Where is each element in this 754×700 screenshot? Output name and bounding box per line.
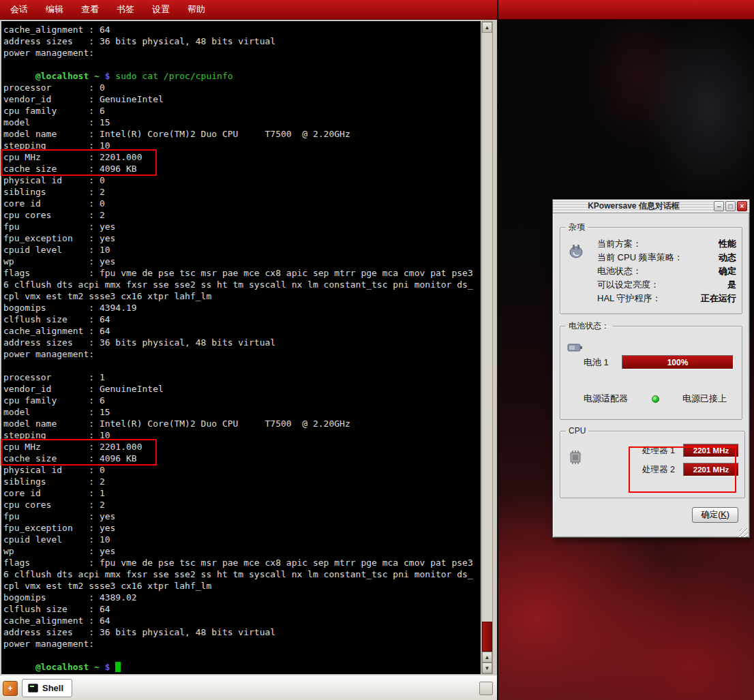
processor-frequency-bar: 2201 MHz: [683, 463, 739, 476]
terminal-line: stepping : 10: [3, 140, 481, 151]
tab-shell-label: Shell: [42, 683, 63, 693]
terminal-line: 6 clflush dts acpi mmx fxsr sse sse2 ss …: [3, 279, 481, 290]
processor-row: 处理器 12201 MHz: [642, 442, 739, 459]
dialog-body: 杂项 当前方案：性能当前 CPU 频率策略：动态电池状态：确定可以设定亮度：是H…: [553, 213, 749, 538]
terminal-line: @localhost ~ $ sudo cat /proc/cpuinfo: [3, 70, 481, 82]
terminal-line: core id : 0: [3, 198, 481, 209]
terminal-line: cpl vmx est tm2 ssse3 cx16 xtpr lahf_lm: [3, 290, 481, 302]
scrollbar-thumb[interactable]: [482, 622, 492, 652]
dialog-title: KPowersave 信息对话框: [555, 200, 712, 212]
scrollbar-track[interactable]: [482, 33, 492, 652]
menu-item-bookmarks[interactable]: 书签: [108, 0, 143, 19]
battery-icon: [567, 341, 584, 354]
tab-shell[interactable]: Shell: [22, 679, 72, 697]
terminal-line: model : 15: [3, 117, 481, 128]
session-list-button[interactable]: [479, 682, 493, 695]
scroll-up-icon[interactable]: ▲: [482, 22, 492, 33]
menu-item-edit[interactable]: 编辑: [37, 0, 72, 19]
menu-item-settings[interactable]: 设置: [143, 0, 179, 19]
ac-adapter-status: 电源已接上: [682, 393, 727, 405]
info-label: 电池状态：: [597, 264, 642, 278]
terminal-line: model name : Intel(R) Core(TM)2 Duo CPU …: [3, 128, 481, 140]
terminal-line: processor : 0: [3, 82, 481, 93]
info-value: 确定: [719, 264, 736, 278]
terminal-line: cache_alignment : 64: [3, 615, 481, 626]
processor-frequency-bar: 2201 MHz: [683, 444, 739, 457]
power-led-icon: [652, 395, 659, 403]
maximize-button[interactable]: □: [725, 201, 736, 211]
new-session-button[interactable]: +: [3, 681, 18, 696]
battery-progressbar: 100%: [622, 355, 734, 369]
cpu-icon: [567, 449, 584, 466]
terminal-icon: [28, 684, 38, 693]
prompt-segment: [3, 71, 35, 81]
terminal-line: model name : Intel(R) Core(TM)2 Duo CPU …: [3, 418, 481, 429]
scroll-down-icon[interactable]: ▼: [482, 663, 492, 673]
info-value: 性能: [719, 237, 736, 251]
terminal-line: cpl vmx est tm2 ssse3 cx16 xtpr lahf_lm: [3, 580, 481, 592]
resize-grip-icon[interactable]: [739, 528, 748, 537]
terminal-line: physical id : 0: [3, 174, 481, 186]
terminal-line: stepping : 10: [3, 429, 481, 441]
terminal-line: core id : 1: [3, 487, 481, 499]
terminal-line: power management:: [3, 47, 481, 59]
session-tabbar: + Shell: [0, 675, 497, 700]
group-cpu-legend: CPU: [566, 426, 588, 436]
menu-item-view[interactable]: 查看: [72, 0, 108, 19]
info-row: 当前 CPU 频率策略：动态: [597, 251, 736, 264]
terminal-menubar: 会话编辑查看书签设置帮助: [0, 0, 497, 20]
minimize-button[interactable]: –: [714, 201, 724, 211]
prompt-segment: @localhost ~: [35, 662, 100, 672]
terminal-line: cache_alignment : 64: [3, 24, 481, 35]
terminal-line: bogomips : 4389.02: [3, 592, 481, 603]
terminal-scrollbar[interactable]: ▲ ▲ ▼: [481, 21, 493, 674]
info-label: 当前 CPU 频率策略：: [597, 251, 683, 264]
terminal-line: physical id : 0: [3, 464, 481, 476]
terminal-line: @localhost ~ $: [3, 661, 481, 673]
button-row: 确定(K): [558, 504, 744, 523]
prompt-segment: sudo cat /proc/cpuinfo: [110, 71, 233, 81]
terminal-frame: cache_alignment : 64address sizes : 36 b…: [0, 20, 497, 675]
terminal-line: address sizes : 36 bits physical, 48 bit…: [3, 626, 481, 638]
terminal-line: cpu MHz : 2201.000: [3, 151, 481, 163]
prompt-segment: @localhost ~: [35, 71, 100, 81]
info-value: 动态: [719, 251, 736, 264]
terminal-output[interactable]: cache_alignment : 64address sizes : 36 b…: [1, 21, 481, 674]
prompt-segment: $: [105, 71, 110, 81]
terminal-line: [3, 59, 481, 70]
terminal-line: cache_alignment : 64: [3, 325, 481, 337]
terminal-line: cpu family : 6: [3, 105, 481, 117]
info-value: 正在运行: [701, 292, 736, 305]
cpu-rows: 处理器 12201 MHz处理器 22201 MHz: [642, 442, 739, 478]
ac-adapter-label: 电源适配器: [584, 393, 628, 405]
info-label: HAL 守护程序：: [597, 292, 661, 305]
close-button[interactable]: ×: [737, 201, 747, 211]
terminal-cursor: [115, 662, 121, 672]
terminal-line: 6 clflush dts acpi mmx fxsr sse sse2 ss …: [3, 568, 481, 580]
info-row: 可以设定亮度：是: [597, 278, 736, 292]
terminal-line: processor : 1: [3, 371, 481, 383]
terminal-line: clflush size : 64: [3, 603, 481, 615]
group-battery: 电池状态： 电池 1 100% 电源适配器: [560, 320, 742, 420]
menu-item-session[interactable]: 会话: [1, 0, 37, 19]
dialog-titlebar[interactable]: KPowersave 信息对话框 – □ ×: [553, 200, 749, 213]
battery-row: 电池 1 100%: [584, 355, 734, 369]
terminal-line: power management:: [3, 348, 481, 360]
menu-item-help[interactable]: 帮助: [179, 0, 214, 19]
terminal-line: flags : fpu vme de pse tsc msr pae mce c…: [3, 267, 481, 279]
terminal-line: siblings : 2: [3, 186, 481, 198]
prompt-segment: [110, 662, 116, 672]
scroll-up-icon-bottom[interactable]: ▲: [482, 652, 492, 663]
misc-rows: 当前方案：性能当前 CPU 频率策略：动态电池状态：确定可以设定亮度：是HAL …: [597, 237, 736, 305]
screen: 会话编辑查看书签设置帮助 cache_alignment : 64address…: [0, 0, 754, 700]
terminal-line: wp : yes: [3, 545, 481, 557]
terminal-line: wp : yes: [3, 256, 481, 267]
terminal-line: cpu cores : 2: [3, 499, 481, 511]
terminal-line: siblings : 2: [3, 476, 481, 487]
terminal-line: fpu : yes: [3, 511, 481, 522]
group-miscellaneous: 杂项 当前方案：性能当前 CPU 频率策略：动态电池状态：确定可以设定亮度：是H…: [560, 222, 742, 314]
plus-icon: +: [7, 684, 12, 693]
terminal-line: cache size : 4096 KB: [3, 453, 481, 464]
processor-label: 处理器 2: [642, 464, 680, 476]
ok-button[interactable]: 确定(K): [692, 507, 738, 523]
